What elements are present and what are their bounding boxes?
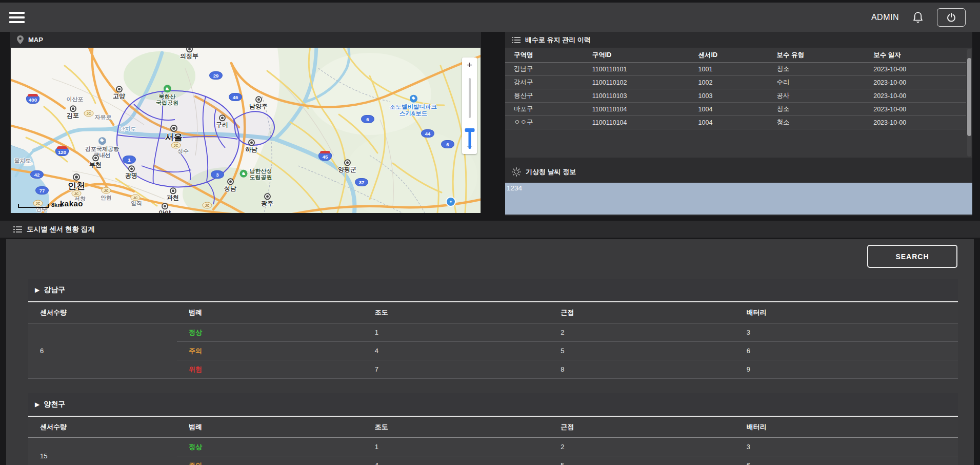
map-panel-titlebar: MAP — [10, 32, 481, 48]
sensor-column-header: 배터리 — [735, 302, 958, 323]
list-icon — [512, 36, 521, 44]
hamburger-menu-icon[interactable] — [9, 12, 25, 23]
app-header: ADMIN — [0, 3, 980, 32]
legend-status: 주의 — [177, 342, 363, 360]
legend-status: 위험 — [177, 360, 363, 379]
legend-status: 정상 — [177, 323, 363, 342]
sensor-value: 5 — [549, 456, 735, 465]
maintenance-table-body: 강남구11001101011001청소2023-10-00강서구11001101… — [505, 63, 966, 129]
maintenance-cell: 1100110101 — [584, 63, 690, 76]
sensor-value: 7 — [363, 360, 549, 379]
zoom-slider[interactable] — [462, 73, 477, 139]
sensor-column-header: 센서수량 — [28, 417, 177, 438]
maintenance-cell: 1100110104 — [584, 116, 690, 129]
maintenance-cell: 청소 — [768, 63, 865, 76]
sensor-row: 6정상123 — [28, 323, 958, 342]
power-icon — [947, 13, 956, 22]
maintenance-cell: 청소 — [768, 103, 865, 116]
sensor-header-row: 센서수량범례조도근접배터리 — [28, 417, 958, 438]
maintenance-header-row: 구역명 구역ID 센서ID 보수 유형 보수 일자 — [505, 48, 966, 63]
maintenance-cell: 강남구 — [505, 63, 584, 76]
sensor-group-header[interactable]: ▶양천구 — [28, 393, 958, 417]
sensor-value: 4 — [363, 456, 549, 465]
maintenance-row[interactable]: 용산구11001101031003공사2023-10-00 — [505, 89, 966, 103]
map-pin-icon — [17, 35, 24, 44]
sensor-value: 2 — [549, 438, 735, 456]
maintenance-cell: 1004 — [690, 116, 768, 129]
expand-triangle-icon: ▶ — [35, 401, 39, 408]
sensor-group: ▶강남구센서수량범례조도근접배터리6정상123주의456위험789 — [28, 279, 958, 379]
maintenance-table-wrap: 구역명 구역ID 센서ID 보수 유형 보수 일자 강남구11001101011… — [505, 48, 972, 158]
maintenance-cell: 수리 — [768, 76, 865, 89]
sensor-value: 6 — [735, 342, 958, 360]
sensor-value: 8 — [549, 360, 735, 379]
sensor-column-header: 센서수량 — [28, 302, 177, 323]
sensor-column-header: 근접 — [549, 417, 735, 438]
sensor-value: 5 — [549, 342, 735, 360]
sensor-header-row: 센서수량범례조도근접배터리 — [28, 302, 958, 323]
map-zoom-control: + − — [462, 57, 477, 154]
sensor-value: 1 — [363, 438, 549, 456]
maintenance-cell: 1001 — [690, 63, 768, 76]
maintenance-cell: 1100110104 — [584, 103, 690, 116]
maintenance-cell: 2023-10-00 — [865, 89, 966, 103]
search-button[interactable]: SEARCH — [867, 245, 957, 268]
map-panel-title: MAP — [28, 36, 43, 44]
sensor-section-titlebar: 도시별 센서 현황 집계 — [0, 221, 980, 238]
maintenance-cell: 1004 — [690, 103, 768, 116]
maintenance-row[interactable]: 마포구11001101041004청소2023-10-00 — [505, 103, 966, 116]
sensor-group-title: 강남구 — [44, 285, 65, 295]
maintenance-cell: 용산구 — [505, 89, 584, 103]
sensor-group-title: 양천구 — [44, 400, 65, 409]
sensor-value: 3 — [735, 438, 958, 456]
sensor-value: 4 — [363, 342, 549, 360]
weather-panel-title: 기상청 날씨 정보 — [526, 167, 576, 177]
map-panel: MAP — [10, 32, 481, 213]
column-header: 보수 일자 — [865, 48, 966, 63]
sensor-groups: ▶강남구센서수량범례조도근접배터리6정상123주의456위험789▶양천구센서수… — [6, 279, 974, 465]
search-row: SEARCH — [6, 239, 974, 279]
maintenance-cell: 1002 — [690, 76, 768, 89]
map-canvas[interactable]: 의정부고양이산포김포자유로남양주구리서울난지도성수하남✈김포국제공항국내선부천물… — [11, 48, 481, 213]
sensor-column-header: 배터리 — [735, 417, 958, 438]
sensor-value: 3 — [735, 323, 958, 342]
kakao-logo[interactable]: kakao — [60, 199, 83, 208]
logout-power-button[interactable] — [937, 8, 966, 27]
expand-triangle-icon: ▶ — [35, 286, 39, 294]
sensor-count: 6 — [28, 323, 177, 379]
maintenance-cell: 마포구 — [505, 103, 584, 116]
notification-bell-icon[interactable] — [912, 11, 924, 24]
weather-titlebar: 기상청 날씨 정보 — [505, 164, 972, 180]
table-scrollbar-thumb[interactable] — [967, 58, 971, 136]
maintenance-cell: ㅇㅇ구 — [505, 116, 584, 129]
sensor-column-header: 조도 — [363, 417, 549, 438]
sensor-table: 센서수량범례조도근접배터리15정상123주의456 — [28, 417, 958, 465]
maintenance-panel: 배수로 유지 관리 이력 구역명 구역ID 센서ID 보수 유형 보수 일자 강… — [505, 32, 972, 216]
maintenance-cell: 2023-10-00 — [865, 116, 966, 129]
sensor-column-header: 범례 — [177, 417, 363, 438]
sun-icon — [512, 167, 521, 177]
weather-content-box: 1234 — [505, 183, 972, 215]
sensor-group-header[interactable]: ▶강남구 — [28, 279, 958, 302]
zoom-slider-handle[interactable] — [465, 128, 474, 132]
column-header: 구역명 — [505, 48, 584, 63]
sensor-column-header: 범례 — [177, 302, 363, 323]
list-icon — [13, 226, 22, 233]
zoom-in-button[interactable]: + — [462, 57, 477, 73]
column-header: 보수 유형 — [768, 48, 865, 63]
maintenance-cell: 2023-10-00 — [865, 76, 966, 89]
maintenance-row[interactable]: 강서구11001101021002수리2023-10-00 — [505, 76, 966, 89]
maintenance-table: 구역명 구역ID 센서ID 보수 유형 보수 일자 강남구11001101011… — [505, 48, 966, 129]
maintenance-row[interactable]: 강남구11001101011001청소2023-10-00 — [505, 63, 966, 76]
sensor-value: 2 — [549, 323, 735, 342]
sensor-value: 6 — [735, 456, 958, 465]
column-header: 센서ID — [690, 48, 768, 63]
maintenance-cell: 1100110102 — [584, 76, 690, 89]
maintenance-panel-title: 배수로 유지 관리 이력 — [525, 35, 591, 45]
sensor-count: 15 — [28, 438, 177, 465]
maintenance-cell: 2023-10-00 — [865, 63, 966, 76]
sensor-column-header: 근접 — [549, 302, 735, 323]
sensor-group: ▶양천구센서수량범례조도근접배터리15정상123주의456 — [28, 393, 958, 465]
dashboard-root: ADMIN MAP — [0, 0, 980, 465]
maintenance-row[interactable]: ㅇㅇ구11001101041004청소2023-10-00 — [505, 116, 966, 129]
